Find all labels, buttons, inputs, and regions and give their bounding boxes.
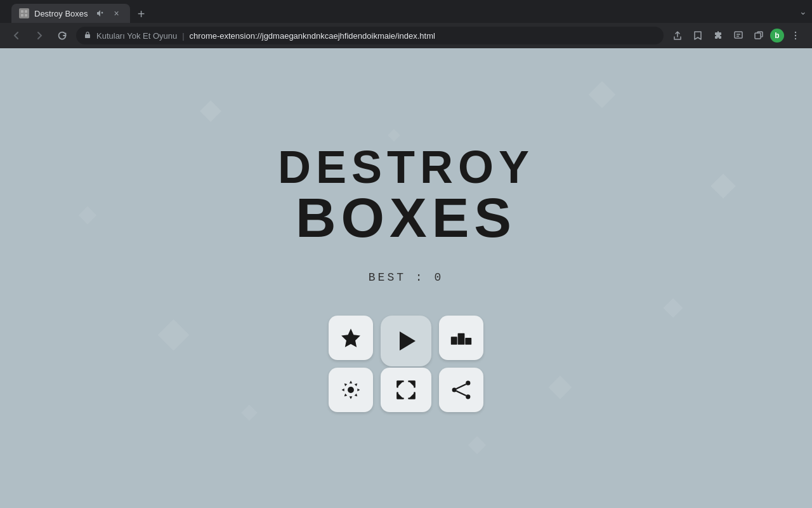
bg-diamond-9 <box>468 436 486 454</box>
bg-diamond-1 <box>200 100 221 122</box>
svg-text:3: 3 <box>467 334 469 338</box>
svg-rect-1 <box>25 10 27 13</box>
back-button[interactable] <box>8 27 25 44</box>
svg-point-23 <box>466 381 470 385</box>
svg-rect-10 <box>755 33 761 39</box>
fullscreen-button[interactable] <box>381 368 431 412</box>
svg-point-22 <box>348 387 354 393</box>
secure-icon <box>84 31 91 41</box>
game-title-line2: BOXES <box>278 190 534 246</box>
svg-rect-6 <box>85 34 90 38</box>
tab-title: Destroy Boxes <box>34 9 88 18</box>
favorites-button[interactable] <box>329 316 373 360</box>
share-button[interactable] <box>669 27 686 44</box>
bg-diamond-6 <box>663 298 683 318</box>
tab-favicon <box>19 8 29 18</box>
bg-diamond-3 <box>79 206 96 224</box>
svg-rect-0 <box>21 10 23 13</box>
svg-marker-14 <box>341 329 360 347</box>
bg-diamond-2 <box>589 81 615 108</box>
svg-marker-15 <box>400 331 416 351</box>
bookmark-button[interactable] <box>689 27 707 44</box>
tab-search-button[interactable] <box>730 27 747 44</box>
bg-diamond-8 <box>549 376 572 399</box>
new-tab-button[interactable]: + <box>133 5 150 23</box>
leaderboard-icon: 2 1 3 <box>450 326 473 349</box>
tab-bar: Destroy Boxes × + <box>11 0 796 23</box>
svg-point-13 <box>795 38 796 39</box>
fullscreen-icon <box>395 378 417 401</box>
gear-icon <box>339 378 362 401</box>
nav-actions: b <box>669 27 804 44</box>
address-url: chrome-extension://jgdmaegankndnkcaejhfi… <box>190 31 656 41</box>
best-score: BEST : 0 <box>369 271 443 284</box>
svg-rect-17 <box>451 337 457 345</box>
nav-bar: Kutuları Yok Et Oyunu | chrome-extension… <box>0 23 812 48</box>
site-name: Kutuları Yok Et Oyunu <box>96 31 177 41</box>
reload-button[interactable] <box>53 27 71 44</box>
play-button[interactable] <box>381 316 431 366</box>
settings-button[interactable] <box>329 368 373 412</box>
extensions-button[interactable] <box>709 27 727 44</box>
bg-diamond-7 <box>241 404 257 420</box>
svg-line-26 <box>456 384 466 389</box>
svg-rect-2 <box>21 14 23 17</box>
svg-text:2: 2 <box>454 333 455 337</box>
game-content: DESTROY BOXES BEST : 0 <box>0 48 812 508</box>
title-bar: Destroy Boxes × + ⌄ <box>0 0 812 23</box>
menu-button[interactable] <box>787 27 804 44</box>
svg-text:1: 1 <box>461 330 462 333</box>
leaderboard-button[interactable]: 2 1 3 <box>439 316 483 360</box>
tab-close-button[interactable]: × <box>111 8 122 19</box>
game-title: DESTROY BOXES <box>278 144 534 246</box>
address-divider: | <box>182 31 184 41</box>
active-tab[interactable]: Destroy Boxes × <box>11 4 130 23</box>
buttons-grid: 2 1 3 <box>329 316 483 412</box>
svg-rect-7 <box>735 32 742 38</box>
star-icon <box>339 326 362 349</box>
share-game-button[interactable] <box>439 368 483 412</box>
svg-point-12 <box>795 35 796 36</box>
browser-shell: Destroy Boxes × + ⌄ <box>0 0 812 508</box>
svg-rect-18 <box>465 338 471 345</box>
forward-button[interactable] <box>30 27 48 44</box>
game-title-line1: DESTROY <box>278 144 534 190</box>
svg-point-24 <box>452 387 457 392</box>
tab-mute-button[interactable] <box>93 7 106 20</box>
svg-rect-16 <box>458 333 465 345</box>
profile-button[interactable]: b <box>770 29 784 43</box>
play-icon <box>393 328 419 354</box>
svg-point-11 <box>795 32 796 33</box>
bg-diamond-4 <box>711 173 737 199</box>
window-button[interactable] <box>750 27 768 44</box>
bg-diamond-10 <box>388 129 400 142</box>
svg-rect-3 <box>25 14 27 17</box>
share-icon <box>450 378 473 401</box>
tab-strip-chevron[interactable]: ⌄ <box>799 6 807 17</box>
svg-point-25 <box>466 394 470 399</box>
address-bar[interactable]: Kutuları Yok Et Oyunu | chrome-extension… <box>76 27 664 44</box>
bg-diamond-5 <box>158 319 189 351</box>
svg-line-27 <box>456 391 466 396</box>
